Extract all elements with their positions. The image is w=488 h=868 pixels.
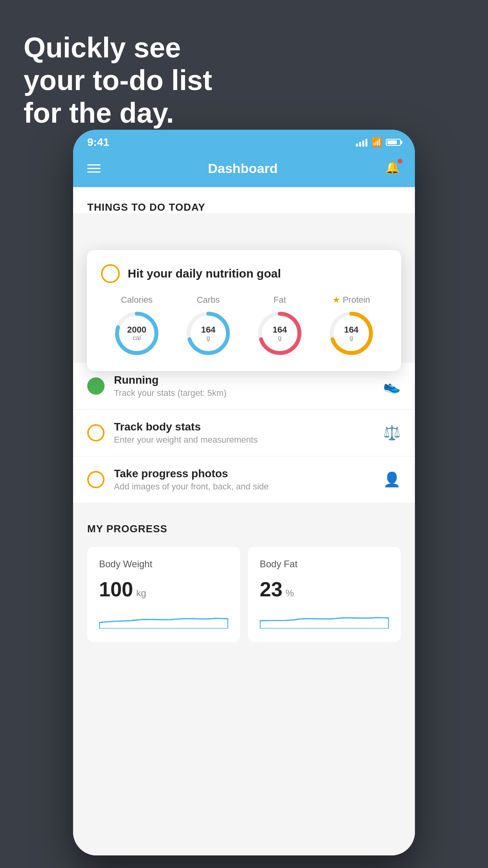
running-checkbox[interactable]	[87, 377, 105, 395]
nutrition-card-title: Hit your daily nutrition goal	[128, 267, 281, 280]
things-title: THINGS TO DO TODAY	[87, 201, 401, 213]
body-fat-card[interactable]: Body Fat 23 %	[248, 547, 401, 642]
carbs-value: 164 g	[201, 325, 216, 342]
progress-title: MY PROGRESS	[87, 523, 401, 535]
body-weight-card[interactable]: Body Weight 100 kg	[87, 547, 240, 642]
photos-text: Take progress photos Add images of your …	[114, 467, 375, 492]
notification-bell[interactable]: 🔔	[385, 160, 401, 176]
card-header: Hit your daily nutrition goal	[101, 264, 387, 283]
fat-ring-container: 164 g	[256, 310, 303, 357]
body-weight-chart	[99, 609, 228, 629]
photos-checkbox[interactable]	[87, 471, 105, 488]
body-stats-desc: Enter your weight and measurements	[114, 435, 375, 445]
photos-desc: Add images of your front, back, and side	[114, 482, 375, 492]
nutrition-rings: Calories 2000 cal Carbs	[101, 295, 387, 357]
signal-icon	[356, 138, 367, 147]
body-fat-label: Body Fat	[260, 559, 389, 570]
todo-item-body-stats[interactable]: Track body stats Enter your weight and m…	[73, 410, 415, 456]
status-time: 9:41	[87, 136, 109, 149]
calories-label: Calories	[121, 295, 153, 305]
body-weight-label: Body Weight	[99, 559, 228, 570]
shoe-icon: 👟	[383, 378, 401, 394]
body-fat-chart	[260, 609, 389, 629]
protein-ring: ★ Protein 164 g	[328, 295, 375, 357]
progress-cards: Body Weight 100 kg Body Fat 23 %	[87, 547, 401, 642]
calories-value: 2000 cal	[127, 325, 147, 342]
header-title: Dashboard	[208, 161, 278, 176]
running-name: Running	[114, 374, 375, 386]
body-weight-value: 100 kg	[99, 577, 228, 601]
person-icon: 👤	[383, 471, 401, 488]
protein-value: 164 g	[344, 325, 359, 342]
fat-ring: Fat 164 g	[256, 295, 303, 357]
running-text: Running Track your stats (target: 5km)	[114, 374, 375, 398]
notification-badge	[398, 159, 402, 164]
nutrition-checkbox[interactable]	[101, 264, 120, 283]
protein-label: ★ Protein	[332, 295, 370, 305]
carbs-ring: Carbs 164 g	[185, 295, 232, 357]
body-stats-text: Track body stats Enter your weight and m…	[114, 421, 375, 445]
hero-headline: Quickly see your to-do list for the day.	[24, 31, 212, 129]
running-desc: Track your stats (target: 5km)	[114, 388, 375, 398]
carbs-ring-container: 164 g	[185, 310, 232, 357]
app-content: THINGS TO DO TODAY Hit your daily nutrit…	[73, 187, 415, 855]
photos-name: Take progress photos	[114, 467, 375, 480]
calories-ring: Calories 2000 cal	[113, 295, 160, 357]
nutrition-card: Hit your daily nutrition goal Calories 2…	[87, 250, 401, 371]
phone-frame: 9:41 📶 Dashboard 🔔 THINGS TO DO TODAY	[73, 130, 415, 855]
fat-label: Fat	[273, 295, 286, 305]
calories-ring-container: 2000 cal	[113, 310, 160, 357]
things-section: THINGS TO DO TODAY	[73, 187, 415, 213]
todo-item-photos[interactable]: Take progress photos Add images of your …	[73, 456, 415, 503]
app-header: Dashboard 🔔	[73, 153, 415, 187]
star-icon: ★	[332, 295, 340, 305]
status-bar: 9:41 📶	[73, 130, 415, 153]
body-stats-checkbox[interactable]	[87, 424, 105, 441]
body-stats-name: Track body stats	[114, 421, 375, 433]
todo-list: Running Track your stats (target: 5km) 👟…	[73, 363, 415, 503]
progress-section: MY PROGRESS Body Weight 100 kg B	[73, 503, 415, 658]
carbs-label: Carbs	[197, 295, 220, 305]
fat-value: 164 g	[273, 325, 287, 342]
status-icons: 📶	[356, 137, 401, 147]
body-fat-value: 23 %	[260, 577, 389, 601]
wifi-icon: 📶	[371, 137, 382, 147]
battery-icon	[386, 139, 401, 146]
hamburger-menu[interactable]	[87, 164, 101, 173]
protein-ring-container: 164 g	[328, 310, 375, 357]
scale-icon: ⚖️	[383, 425, 401, 441]
